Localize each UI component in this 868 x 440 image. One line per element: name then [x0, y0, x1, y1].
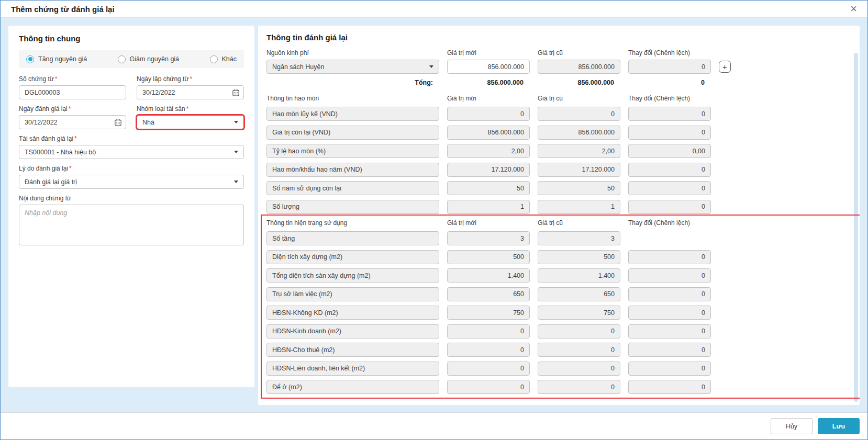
total-label: Tổng:: [266, 79, 439, 86]
row-new-value-field: 0: [447, 343, 530, 357]
row-diff-field: 0: [628, 107, 711, 121]
sections-host: Thông tin hao mòn Giá trị mới Giá trị cũ…: [266, 94, 860, 394]
revaluation-type-radio-group: Tăng nguyên giá Giảm nguyên giá Khác: [19, 50, 244, 68]
asset-group-select[interactable]: Nhà: [137, 115, 244, 129]
row-new-value-field: 3: [447, 231, 530, 245]
old-value-col-label: Giá trị cũ: [538, 49, 620, 57]
funding-new-value-input[interactable]: 856.000.000: [447, 60, 530, 74]
row-label-field: Để ở (m2): [266, 380, 439, 394]
row-label-field: Giá trị còn lại (VND): [266, 126, 439, 140]
radio-icon: [118, 55, 126, 63]
funding-old-value-field: 856.000.000: [538, 60, 620, 74]
modal-window: Thêm chứng từ đánh giá lại × Thông tin c…: [0, 0, 868, 440]
row-old-value-field: 650: [538, 287, 620, 301]
section-title: Thông tin hiện trạng sử dụng: [266, 219, 439, 227]
row-new-value-field: 2,00: [447, 144, 530, 158]
row-label-field: Tổng diện tích sàn xây dựng (m2): [266, 268, 439, 283]
diff-col-label: Thay đổi (Chênh lệch): [628, 49, 711, 57]
vertical-scrollbar[interactable]: [854, 53, 858, 402]
total-new-value: 856.000.000: [447, 79, 530, 86]
total-diff-value: 0: [628, 79, 711, 86]
row-label-field: HĐSN-Không KD (m2): [266, 306, 439, 320]
funding-source-col-label: Nguồn kinh phí: [266, 49, 439, 57]
radio-option-giam-nguyen-gia[interactable]: Giảm nguyên giá: [118, 55, 180, 63]
document-date-input[interactable]: [137, 85, 244, 99]
table-row: Trụ sở làm việc (m2) 650 650 0: [266, 287, 860, 301]
row-diff-field: 0,00: [628, 144, 711, 158]
radio-label: Giảm nguyên giá: [130, 55, 180, 63]
row-old-value-field: 50: [538, 181, 620, 195]
revalued-asset-label: Tài sản đánh giá lại*: [19, 135, 244, 142]
cancel-button[interactable]: Hủy: [771, 418, 813, 434]
general-info-panel: Thông tin chung Tăng nguyên giá Giảm ngu…: [8, 26, 254, 387]
section-header-row: Thông tin hiện trạng sử dụng Giá trị mới…: [266, 218, 860, 228]
row-diff-field: 0: [628, 306, 711, 320]
revalued-asset-select[interactable]: TS000001 - Nhà hiệu bộ: [19, 145, 244, 159]
old-value-col-label: Giá trị cũ: [538, 95, 620, 102]
calendar-icon[interactable]: [232, 88, 240, 96]
row-diff-field: 0: [628, 181, 711, 195]
funding-row: Ngân sách Huyện 856.000.000 856.000.000 …: [266, 60, 860, 74]
row-old-value-field: 2,00: [538, 144, 620, 158]
table-row: Số năm sử dụng còn lại 50 50 0: [266, 181, 860, 195]
document-number-input[interactable]: [19, 85, 126, 99]
section-title: Thông tin hao mòn: [266, 95, 439, 102]
section-header-row: Thông tin hao mòn Giá trị mới Giá trị cũ…: [266, 94, 860, 103]
row-label-field: Số tầng: [266, 231, 439, 245]
document-content-label: Nội dung chứng từ: [19, 195, 244, 202]
row-label-field: HĐSN-Kinh doanh (m2): [266, 324, 439, 339]
diff-col-label: Thay đổi (Chênh lệch): [628, 219, 711, 227]
diff-col-label: Thay đổi (Chênh lệch): [628, 95, 711, 102]
document-number-label: Số chứng từ*: [19, 75, 126, 83]
modal-footer: Hủy Lưu: [1, 412, 867, 439]
row-label-field: HĐSN-Cho thuê (m2): [266, 343, 439, 357]
modal-title: Thêm chứng từ đánh giá lại: [11, 5, 115, 14]
table-row: Số tầng 3 3: [266, 231, 860, 245]
row-label-field: HĐSN-Liên doanh, liên kết (m2): [266, 362, 439, 376]
asset-group-value: Nhà: [142, 119, 154, 126]
row-label-field: Số lượng: [266, 200, 439, 214]
revaluation-date-input[interactable]: [19, 115, 126, 129]
add-funding-row-button[interactable]: +: [719, 61, 731, 73]
new-value-col-label: Giá trị mới: [447, 49, 530, 57]
revaluation-reason-select[interactable]: Đánh giá lại giá trị: [19, 175, 244, 189]
row-new-value-field: 0: [447, 362, 530, 376]
revaluation-reason-value: Đánh giá lại giá trị: [25, 178, 77, 186]
calendar-icon[interactable]: [114, 118, 122, 126]
row-old-value-field: 1.400: [538, 268, 620, 283]
radio-option-khac[interactable]: Khác: [210, 55, 237, 63]
table-row: Tổng diện tích sàn xây dựng (m2) 1.400 1…: [266, 268, 860, 283]
row-diff-field: 0: [628, 343, 711, 357]
row-new-value-field: 500: [447, 250, 530, 264]
radio-option-tang-nguyen-gia[interactable]: Tăng nguyên giá: [26, 55, 87, 63]
row-old-value-field: 1: [538, 200, 620, 214]
revaluation-reason-label: Lý do đánh giá lại*: [19, 165, 244, 172]
table-row: HĐSN-Kinh doanh (m2) 0 0 0: [266, 324, 860, 339]
row-label-field: Tỷ lệ hao mòn (%): [266, 144, 439, 158]
modal-body: Thông tin chung Tăng nguyên giá Giảm ngu…: [1, 18, 867, 412]
table-row: Tỷ lệ hao mòn (%) 2,00 2,00 0,00: [266, 144, 860, 158]
row-new-value-field: 0: [447, 380, 530, 394]
old-value-col-label: Giá trị cũ: [538, 219, 620, 227]
row-diff-field: 0: [628, 324, 711, 339]
row-new-value-field: 750: [447, 306, 530, 320]
row-label-field: Diện tích xây dựng (m2): [266, 250, 439, 264]
chevron-down-icon: [234, 151, 238, 153]
row-new-value-field: 856.000.000: [447, 126, 530, 140]
row-new-value-field: 0: [447, 107, 530, 121]
new-value-col-label: Giá trị mới: [447, 95, 530, 102]
document-content-textarea[interactable]: [19, 205, 244, 245]
info-section: Thông tin hao mòn Giá trị mới Giá trị cũ…: [266, 94, 860, 214]
radio-icon: [210, 55, 218, 63]
info-section: Thông tin hiện trạng sử dụng Giá trị mới…: [266, 218, 860, 394]
funding-source-value: Ngân sách Huyện: [272, 63, 324, 71]
funding-source-select[interactable]: Ngân sách Huyện: [266, 60, 439, 74]
save-button[interactable]: Lưu: [818, 418, 860, 434]
table-row: Số lượng 1 1 0: [266, 200, 860, 214]
table-row: HĐSN-Không KD (m2) 750 750 0: [266, 306, 860, 320]
revalued-asset-value: TS000001 - Nhà hiệu bộ: [25, 149, 96, 156]
general-info-heading: Thông tin chung: [19, 34, 244, 43]
asset-group-label: Nhóm loại tài sản*: [137, 105, 244, 112]
close-icon[interactable]: ×: [850, 3, 857, 15]
titlebar: Thêm chứng từ đánh giá lại ×: [1, 1, 867, 18]
